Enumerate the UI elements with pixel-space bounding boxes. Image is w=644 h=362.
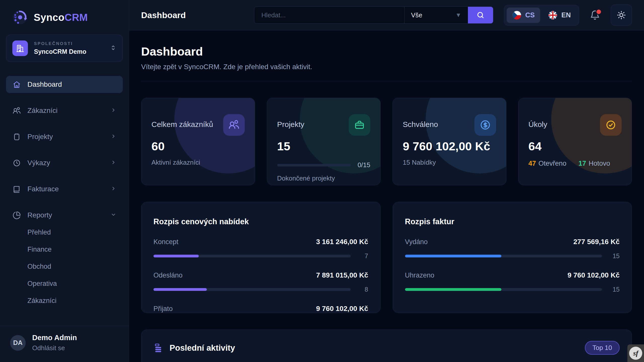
users-icon (13, 107, 21, 115)
book-icon (13, 185, 21, 193)
row-label: Přijato (153, 305, 173, 313)
header-title: Dashboard (141, 10, 186, 20)
czech-flag-icon (512, 11, 521, 20)
theme-toggle-button[interactable] (611, 5, 632, 26)
row-count: 15 (610, 252, 620, 260)
sidebar-item-label: Výkazy (27, 159, 50, 167)
sidebar-subitem-finance[interactable]: Finance (6, 241, 123, 258)
chevron-right-icon (111, 107, 116, 115)
sidebar-item-projekty[interactable]: Projekty (6, 128, 123, 145)
search-button[interactable] (468, 7, 493, 23)
stat-title: Úkoly (529, 120, 622, 129)
chevrons-up-down-icon (110, 44, 116, 52)
sidebar-subitem-zakaznici[interactable]: Zákazníci (6, 292, 123, 309)
symfony-logo-icon: sf (629, 347, 642, 360)
pie-chart-icon (13, 211, 21, 219)
building-icon (12, 40, 28, 56)
sun-icon (617, 10, 626, 20)
sidebar-subitem-label: Přehled (27, 229, 51, 236)
page-subtitle: Vítejte zpět v SyncoCRM. Zde je přehled … (141, 63, 632, 71)
company-selector[interactable]: SPOLEČNOSTI SyncoCRM Demo (6, 35, 123, 62)
company-name: SyncoCRM Demo (34, 48, 86, 55)
stat-card-projects: Projekty 15 0/15 Dokončené projekty (267, 98, 381, 185)
avatar: DA (10, 335, 26, 351)
progress-track (153, 288, 351, 291)
progress-fill (405, 255, 502, 257)
sidebar-subitem-obchod[interactable]: Obchod (6, 258, 123, 275)
stat-value: 64 (529, 139, 622, 153)
recent-activities-card: Poslední aktivity Top 10 (141, 330, 632, 362)
sidebar: SyncoCRM SPOLEČNOSTI SyncoCRM Demo (0, 0, 129, 362)
stat-title: Celkem zákazníků (151, 120, 245, 129)
row-count: 7 (358, 252, 368, 260)
stat-cards-row: Celkem zákazníků 60 Aktivní zákazníci Pr… (141, 98, 632, 185)
progress-fill (153, 255, 199, 257)
sidebar-item-label: Dashboard (27, 80, 62, 88)
quotes-breakdown-card: Rozpis cenových nabídek Koncept 3 161 24… (141, 202, 381, 313)
stat-card-approved: Schváleno 9 760 102,00 Kč 15 Nabídky (392, 98, 506, 185)
lang-cs-label: CS (525, 11, 535, 19)
stat-sub: Aktivní zákazníci (151, 159, 245, 166)
symfony-toolbar-button[interactable]: sf (627, 344, 644, 362)
app-window: SyncoCRM SPOLEČNOSTI SyncoCRM Demo (0, 0, 644, 362)
lang-cs-button[interactable]: CS (507, 8, 540, 23)
row-count: 15 (610, 286, 620, 293)
user-name: Demo Admin (32, 334, 77, 342)
sidebar-item-label: Zákazníci (27, 107, 58, 115)
chevron-right-icon (111, 133, 116, 141)
row-amount: 277 569,16 Kč (573, 238, 620, 246)
quotes-row-prijato: Přijato 9 760 102,00 Kč 15 (153, 305, 368, 313)
sidebar-item-fakturace[interactable]: Fakturace (6, 180, 123, 198)
stat-value: 15 (277, 139, 371, 153)
logo: SyncoCRM (0, 0, 129, 33)
row-amount: 9 760 102,00 Kč (568, 271, 620, 279)
tasks-open: 47Otevřeno (529, 160, 567, 167)
tasks-done: 17Hotovo (579, 160, 610, 167)
quotes-row-koncept: Koncept 3 161 246,00 Kč 7 (153, 238, 368, 260)
row-amount: 3 161 246,00 Kč (316, 238, 368, 246)
home-icon (13, 80, 21, 89)
search-icon (476, 11, 485, 19)
row-count: 8 (358, 286, 368, 293)
main-content: Dashboard Vítejte zpět v SyncoCRM. Zde j… (129, 30, 644, 362)
sidebar-nav: Dashboard Zákazníci Projekty (0, 76, 129, 309)
progress-track (405, 255, 602, 257)
sidebar-item-dashboard[interactable]: Dashboard (6, 76, 123, 93)
row-amount: 7 891 015,00 Kč (316, 271, 368, 279)
search-filter-value: Vše (411, 11, 422, 19)
sidebar-item-label: Projekty (27, 133, 53, 141)
stat-title: Schváleno (403, 120, 496, 129)
lang-en-label: EN (561, 11, 571, 19)
top10-badge: Top 10 (585, 341, 620, 355)
stat-title: Projekty (277, 120, 371, 129)
sidebar-subitem-label: Operativa (27, 280, 57, 288)
notifications-button[interactable] (590, 10, 600, 20)
row-label: Koncept (153, 238, 178, 246)
sidebar-subitem-label: Finance (27, 246, 52, 253)
dropdown-arrow-icon: ▼ (455, 12, 461, 19)
logo-icon (12, 9, 28, 26)
row-label: Odesláno (153, 272, 183, 279)
lang-en-button[interactable]: EN (543, 8, 576, 23)
sidebar-subitem-prehled[interactable]: Přehled (6, 224, 123, 241)
section-divider (141, 81, 632, 81)
sidebar-subitem-operativa[interactable]: Operativa (6, 275, 123, 292)
row-label: Uhrazeno (405, 272, 434, 279)
notification-dot (596, 9, 602, 15)
card-title: Rozpis cenových nabídek (153, 217, 368, 226)
chevron-down-icon (111, 211, 116, 219)
logout-link[interactable]: Odhlásit se (32, 344, 77, 352)
breakdown-row: Rozpis cenových nabídek Koncept 3 161 24… (141, 202, 632, 313)
sidebar-item-zakaznici[interactable]: Zákazníci (6, 102, 123, 119)
sidebar-item-reporty[interactable]: Reporty (6, 207, 123, 224)
projects-progress: 0/15 (277, 161, 371, 169)
chevron-right-icon (111, 159, 116, 167)
page-title: Dashboard (141, 44, 632, 58)
row-amount: 9 760 102,00 Kč (316, 305, 368, 313)
clipboard-icon (13, 133, 21, 141)
search-group: Vše ▼ (254, 7, 493, 24)
search-filter-select[interactable]: Vše ▼ (404, 7, 468, 23)
search-input[interactable] (254, 7, 404, 23)
sidebar-item-vykazy[interactable]: Výkazy (6, 154, 123, 171)
brand-name: SyncoCRM (34, 12, 88, 23)
